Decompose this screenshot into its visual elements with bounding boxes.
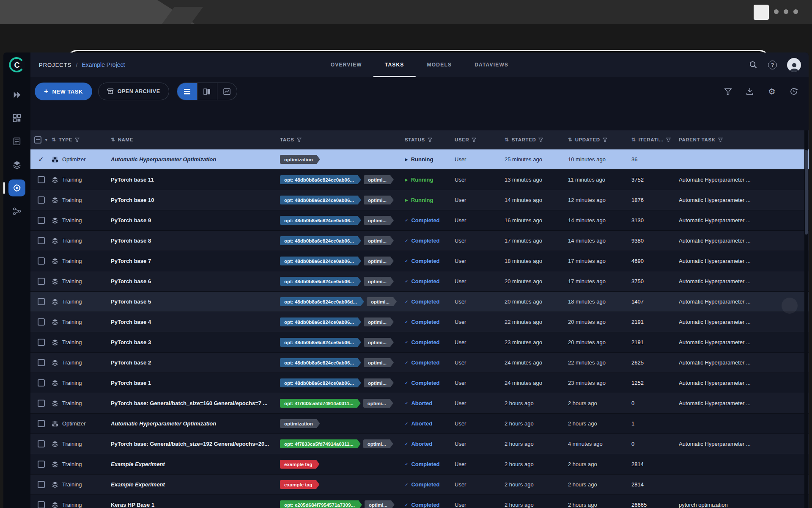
cell-task-name[interactable]: PyTorch base 1 [111, 380, 280, 386]
tag-pill-gray[interactable]: optimization [280, 155, 320, 164]
tag-pill-blue[interactable]: opt: 48db0b8a6c824ce0ab06d... [280, 297, 364, 306]
tag-pill-gray[interactable]: optimi... [365, 500, 395, 508]
download-icon[interactable] [745, 87, 754, 96]
cell-task-name[interactable]: Example Experiment [111, 461, 280, 467]
row-checkbox[interactable] [38, 257, 45, 265]
row-checkbox[interactable] [38, 318, 45, 326]
task-row[interactable]: Training PyTorch base: General/batch_siz… [30, 434, 809, 454]
tag-pill-blue[interactable]: opt: 48db0b8a6c824ce0ab06... [280, 338, 361, 347]
task-row[interactable]: ✓ Optimizer Automatic Hyperparameter Opt… [30, 149, 809, 170]
select-all-header[interactable]: ▾ [30, 136, 52, 144]
cell-task-name[interactable]: PyTorch base 7 [111, 258, 280, 264]
cell-task-name[interactable]: PyTorch base 9 [111, 217, 280, 224]
cell-select[interactable] [30, 501, 52, 508]
tag-pill-blue[interactable]: opt: 48db0b8a6c824ce0ab06... [280, 175, 361, 184]
row-checkbox[interactable] [38, 339, 45, 346]
tag-pill-gray[interactable]: optimi... [364, 358, 394, 367]
tag-pill-gray[interactable]: optimi... [364, 338, 394, 347]
cell-select[interactable] [30, 196, 52, 204]
sidebar-item-workers-queues[interactable] [8, 203, 25, 220]
task-row[interactable]: Training PyTorch base: General/batch_siz… [30, 393, 809, 414]
row-checkbox[interactable] [38, 461, 45, 468]
tag-pill-blue[interactable]: opt: 48db0b8a6c824ce0ab06... [280, 257, 361, 265]
clearml-logo[interactable]: C [8, 55, 26, 76]
tag-pill-blue[interactable]: opt: 48db0b8a6c824ce0ab06... [280, 378, 361, 387]
tab-tasks[interactable]: TASKS [373, 52, 416, 77]
cell-select[interactable] [30, 257, 52, 265]
task-row[interactable]: Training PyTorch base 10 opt: 48db0b8a6c… [30, 190, 809, 210]
cell-select[interactable] [30, 481, 52, 488]
cell-select[interactable] [30, 217, 52, 224]
cell-select[interactable] [30, 461, 52, 468]
tag-pill-green[interactable]: opt: 4f7833ca5fd74914a0311... [280, 399, 361, 408]
tag-pill-blue[interactable]: opt: 48db0b8a6c824ce0ab06... [280, 318, 361, 326]
row-checkbox[interactable] [38, 176, 45, 183]
cell-select[interactable] [30, 278, 52, 285]
sidebar-item-datasets[interactable] [8, 110, 25, 127]
open-archive-button[interactable]: OPEN ARCHIVE [98, 83, 169, 100]
help-icon[interactable]: ? [768, 61, 777, 69]
tag-pill-gray[interactable]: optimi... [364, 175, 394, 184]
cell-select[interactable] [30, 440, 52, 447]
column-header-iteration[interactable]: ⇅ITERATI... [631, 137, 679, 143]
cell-task-name[interactable]: PyTorch base: General/batch_size=192 Gen… [111, 441, 280, 447]
column-header-parent[interactable]: PARENT TASK [679, 137, 809, 142]
sidebar-item-automation[interactable] [8, 179, 25, 196]
task-row[interactable]: Training Example Experiment example tag … [30, 475, 809, 495]
cell-select[interactable] [30, 420, 52, 427]
tag-pill-gray[interactable]: optimi... [363, 439, 393, 448]
cell-task-name[interactable]: PyTorch base 2 [111, 359, 280, 366]
cell-task-name[interactable]: Automatic Hyperparameter Optimization [111, 156, 280, 163]
row-checkbox[interactable] [38, 196, 45, 204]
sidebar-item-reports[interactable] [8, 133, 25, 150]
search-icon[interactable] [749, 60, 758, 69]
task-row[interactable]: Training PyTorch base 8 opt: 48db0b8a6c8… [30, 231, 809, 251]
column-header-type[interactable]: ⇅TYPE [52, 137, 111, 143]
tag-pill-blue[interactable]: opt: 48db0b8a6c824ce0ab06... [280, 216, 361, 225]
tag-pill-gray[interactable]: optimi... [364, 318, 394, 326]
column-header-started[interactable]: ⇅STARTED [505, 137, 568, 143]
task-row[interactable]: Training PyTorch base 2 opt: 48db0b8a6c8… [30, 353, 809, 373]
tab-overview[interactable]: OVERVIEW [319, 52, 373, 77]
cell-task-name[interactable]: PyTorch base: General/batch_size=160 Gen… [111, 400, 280, 406]
row-checkbox[interactable] [38, 420, 45, 427]
task-row[interactable]: Training Example Experiment example tag … [30, 454, 809, 475]
chevron-down-icon[interactable]: ▾ [45, 137, 47, 143]
row-checkbox[interactable] [38, 217, 45, 224]
sidebar-item-pipelines[interactable] [8, 156, 25, 173]
tag-pill-red[interactable]: example tag [280, 480, 319, 489]
task-row[interactable]: Training PyTorch base 11 opt: 48db0b8a6c… [30, 170, 809, 190]
scrollbar-thumb[interactable] [805, 150, 808, 235]
task-row[interactable]: Training Keras HP Base 1 opt: e205d684f7… [30, 495, 809, 508]
cell-task-name[interactable]: Example Experiment [111, 481, 280, 488]
cell-select[interactable] [30, 298, 52, 305]
tag-pill-green[interactable]: opt: e205d684f7954571a7309... [280, 500, 362, 508]
cell-task-name[interactable]: PyTorch base 5 [111, 298, 280, 305]
task-row[interactable]: Training PyTorch base 6 opt: 48db0b8a6c8… [30, 271, 809, 292]
settings-gear-icon[interactable]: ⚙ [767, 87, 776, 96]
row-checkbox[interactable] [38, 359, 45, 366]
tag-pill-gray[interactable]: optimi... [367, 297, 397, 306]
breadcrumb-current-project[interactable]: Example Project [82, 61, 125, 68]
column-header-status[interactable]: STATUS [405, 137, 455, 142]
user-avatar[interactable] [787, 58, 801, 72]
tag-pill-blue[interactable]: opt: 48db0b8a6c824ce0ab06... [280, 196, 361, 204]
cell-select[interactable]: ✓ [30, 155, 52, 163]
cell-select[interactable] [30, 359, 52, 366]
row-checkbox[interactable] [38, 440, 45, 447]
cell-task-name[interactable]: PyTorch base 6 [111, 278, 280, 284]
tab-dataviews[interactable]: DATAVIEWS [463, 52, 520, 77]
chart-view-button[interactable] [217, 83, 237, 100]
column-header-name[interactable]: ⇅NAME [111, 137, 280, 143]
tag-pill-blue[interactable]: opt: 48db0b8a6c824ce0ab06... [280, 358, 361, 367]
cell-task-name[interactable]: PyTorch base 10 [111, 197, 280, 203]
tag-pill-gray[interactable]: optimi... [364, 196, 394, 204]
row-checkbox-checked[interactable]: ✓ [38, 155, 44, 163]
cell-task-name[interactable]: PyTorch base 3 [111, 339, 280, 345]
new-task-button[interactable]: + NEW TASK [35, 83, 92, 100]
row-checkbox[interactable] [38, 501, 45, 508]
tag-pill-gray[interactable]: optimi... [364, 257, 394, 265]
row-checkbox[interactable] [38, 481, 45, 488]
cell-task-name[interactable]: Automatic Hyperparameter Optimization [111, 420, 280, 427]
table-view-button[interactable] [177, 83, 197, 100]
